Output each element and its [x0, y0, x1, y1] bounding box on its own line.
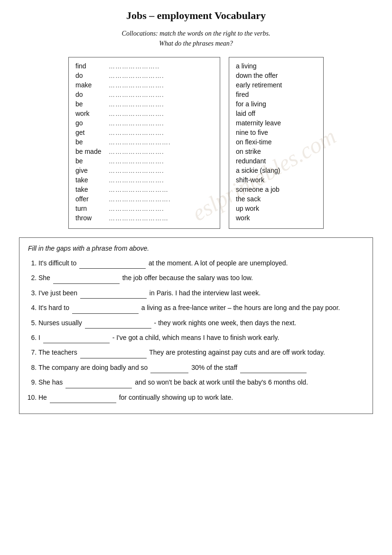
list-item: the sack [236, 195, 317, 203]
table-row: get……………………. [75, 129, 213, 136]
instruction-line2: What do the phrases mean? [19, 38, 373, 48]
table-row: make……………………. [75, 81, 213, 89]
gap-10 [50, 392, 116, 403]
table-row: do……………………. [75, 72, 213, 79]
gap-1 [79, 258, 146, 269]
list-item: up work [236, 205, 317, 212]
list-item: on strike [236, 148, 317, 155]
table-row: throw……………………… [75, 214, 213, 222]
list-item: someone a job [236, 186, 317, 193]
gap-7 [80, 347, 147, 358]
list-item: She the job offer because the salary was… [38, 273, 364, 283]
gap-3 [80, 288, 147, 299]
list-item: on flexi-time [236, 138, 317, 146]
list-item: maternity leave [236, 119, 317, 127]
gap-6 [43, 332, 110, 343]
table-row: be……………………. [75, 100, 213, 108]
gap-8a [150, 362, 188, 373]
fill-list: It's difficult to at the moment. A lot o… [28, 258, 364, 403]
list-item: a living [236, 62, 317, 70]
left-box: find………………….. do……………………. make……………………. … [68, 57, 220, 229]
table-row: offer………………………. [75, 195, 213, 203]
table-row: find………………….. [75, 62, 213, 70]
table-row: take……………………. [75, 176, 213, 184]
list-item: shift-work [236, 176, 317, 184]
right-box: a living down the offer early retirement… [229, 57, 324, 229]
list-item: down the offer [236, 72, 317, 79]
page-title: Jobs – employment Vocabulary [19, 9, 373, 22]
table-row: be made……………………. [75, 148, 213, 155]
table-row: work……………………. [75, 110, 213, 117]
right-word-list: a living down the offer early retirement… [236, 62, 317, 222]
list-item: Nurses usually - they work nights one we… [38, 318, 364, 329]
list-item: It's hard to a living as a free-lance wr… [38, 302, 364, 313]
list-item: laid off [236, 110, 317, 117]
table-row: do……………………. [75, 91, 213, 98]
table-row: turn……………………. [75, 205, 213, 212]
list-item: for a living [236, 100, 317, 108]
table-row: be……………………. [75, 157, 213, 165]
matching-section: find………………….. do……………………. make……………………. … [19, 57, 373, 229]
table-row: go……………………. [75, 119, 213, 127]
instructions: Collocations: match the words on the rig… [19, 28, 373, 48]
list-item: The teachers They are protesting against… [38, 347, 364, 358]
list-item: She has and so won't be back at work unt… [38, 377, 364, 388]
instruction-line1: Collocations: match the words on the rig… [19, 28, 373, 38]
gap-9 [65, 377, 132, 388]
gap-8b [240, 362, 307, 373]
list-item: nine to five [236, 129, 317, 136]
list-item: early retirement [236, 81, 317, 89]
list-item: fired [236, 91, 317, 98]
table-row: take……………………… [75, 186, 213, 193]
table-row: give……………………. [75, 167, 213, 174]
fill-title: Fill in the gaps with a phrase from abov… [28, 245, 364, 252]
table-row: be………………………. [75, 138, 213, 146]
list-item: redundant [236, 157, 317, 165]
list-item: He for continually showing up to work la… [38, 392, 364, 403]
list-item: a sickie (slang) [236, 167, 317, 174]
fill-section: Fill in the gaps with a phrase from abov… [19, 237, 373, 414]
list-item: The company are doing badly and so 30% o… [38, 362, 364, 373]
gap-2 [53, 273, 120, 283]
gap-5 [85, 318, 151, 329]
list-item: I've just been in Paris. I had the inter… [38, 288, 364, 299]
list-item: work [236, 214, 317, 222]
list-item: It's difficult to at the moment. A lot o… [38, 258, 364, 269]
gap-4 [72, 302, 139, 313]
list-item: I - I've got a child, which means I have… [38, 332, 364, 343]
